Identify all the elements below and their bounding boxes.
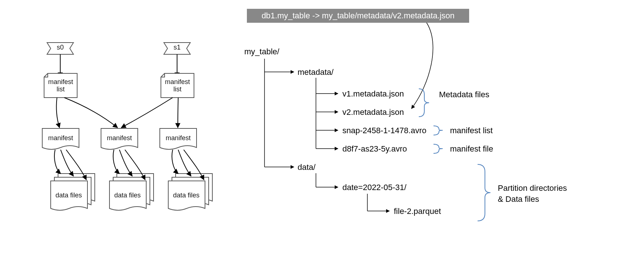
manifest-0-label: manifest <box>44 134 77 142</box>
manifest-2-label: manifest <box>162 134 195 142</box>
catalog-banner: db1.my_table -> my_table/metadata/v2.met… <box>247 9 469 23</box>
file-snap-avro: snap-2458-1-1478.avro <box>342 126 427 135</box>
snapshot-s1-label: s1 <box>171 44 183 51</box>
annotation-manifest-list: manifest list <box>450 126 493 135</box>
data-files-1-label: data files <box>111 192 144 199</box>
snapshot-s0-label: s0 <box>54 44 66 51</box>
data-files-2-label: data files <box>170 192 203 199</box>
annotation-metadata-files: Metadata files <box>439 90 489 99</box>
partition-dir: date=2022-05-31/ <box>342 183 406 192</box>
file-manifest-avro: d8f7-as23-5y.avro <box>342 144 407 154</box>
diagram-canvas <box>0 0 644 262</box>
annotation-manifest-file: manifest file <box>450 144 493 154</box>
data-dir: data/ <box>298 163 316 172</box>
manifest-1-label: manifest <box>103 134 136 142</box>
manifest-list-0-label: manifest list <box>46 79 75 93</box>
file-v2-metadata: v2.metadata.json <box>342 108 404 117</box>
metadata-dir: metadata/ <box>298 68 334 77</box>
annotation-partition: Partition directories & Data files <box>498 183 567 204</box>
root-dir: my_table/ <box>244 47 279 57</box>
manifest-list-1-label: manifest list <box>163 79 192 93</box>
file-v1-metadata: v1.metadata.json <box>342 89 404 99</box>
data-file-parquet: file-2.parquet <box>394 207 441 216</box>
data-files-0-label: data files <box>52 192 85 199</box>
